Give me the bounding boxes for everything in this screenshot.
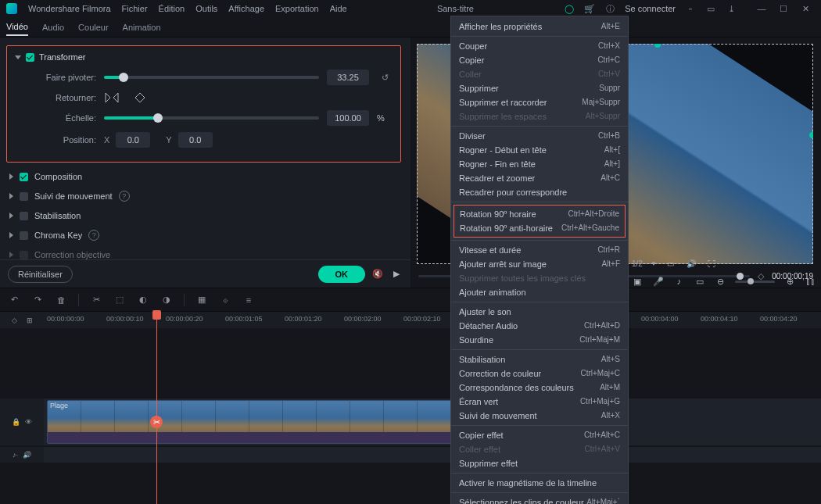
context-item[interactable]: Vitesse et duréeCtrl+R bbox=[451, 243, 628, 257]
volume-icon[interactable]: 🔊 bbox=[685, 257, 697, 270]
download-icon[interactable]: ⤓ bbox=[726, 3, 737, 14]
save-icon[interactable]: ▫ bbox=[685, 3, 696, 14]
delete-icon[interactable]: 🗑 bbox=[55, 294, 67, 306]
context-item[interactable]: CopierCtrl+C bbox=[451, 53, 628, 67]
context-item[interactable]: Afficher les propriétésAlt+E bbox=[451, 20, 628, 34]
rotate-reset-icon[interactable]: ↺ bbox=[377, 70, 393, 85]
color-icon[interactable]: ◑ bbox=[160, 294, 173, 306]
context-item[interactable]: Recadrer et zoomerAlt+C bbox=[451, 171, 628, 185]
context-item[interactable]: Ajouter animation bbox=[451, 285, 628, 299]
context-item[interactable]: Suivi de mouvementAlt+X bbox=[451, 409, 628, 423]
eye-icon[interactable]: 👁 bbox=[25, 418, 32, 426]
cut-marker-icon[interactable]: ✂ bbox=[150, 416, 163, 428]
motion-checkbox[interactable] bbox=[20, 192, 28, 201]
reset-button[interactable]: Réinitialiser bbox=[8, 266, 73, 283]
flip-vertical-icon[interactable] bbox=[132, 91, 148, 104]
info-icon[interactable]: ⓘ bbox=[604, 3, 615, 14]
context-item[interactable]: Supprimer effet bbox=[451, 456, 628, 470]
context-item[interactable]: Activer le magnétisme de la timeline bbox=[451, 476, 628, 490]
window-close[interactable]: ✕ bbox=[796, 2, 815, 16]
signin-link[interactable]: Se connecter bbox=[625, 4, 676, 13]
menu-help[interactable]: Aide bbox=[330, 4, 347, 13]
scale-slider[interactable] bbox=[104, 116, 319, 120]
menu-export[interactable]: Exportation bbox=[275, 4, 319, 13]
snapshot-icon[interactable]: ▣ bbox=[632, 275, 643, 288]
collapse-icon[interactable] bbox=[15, 55, 21, 59]
menu-edit[interactable]: Édition bbox=[159, 4, 185, 13]
context-item[interactable]: DiviserCtrl+B bbox=[451, 129, 628, 143]
speaker-icon[interactable]: 🔊 bbox=[23, 451, 31, 459]
undo-icon[interactable]: ↶ bbox=[8, 294, 20, 306]
composition-section[interactable]: Composition bbox=[6, 167, 401, 186]
context-item[interactable]: Sélectionnez les clips de couleur identi… bbox=[451, 495, 628, 504]
lens-section[interactable]: Correction objective bbox=[6, 245, 401, 259]
help-icon[interactable]: ? bbox=[119, 191, 130, 202]
music-icon[interactable]: ♪ bbox=[673, 275, 684, 288]
context-item[interactable]: Copier effetCtrl+Alt+C bbox=[451, 428, 628, 442]
headset-icon[interactable]: ◯ bbox=[564, 3, 575, 14]
context-item[interactable]: Rogner - Début en têteAlt+[ bbox=[451, 143, 628, 157]
window-maximize[interactable]: ☐ bbox=[774, 2, 793, 16]
zoom-out-icon[interactable]: ⊖ bbox=[715, 275, 726, 288]
context-item[interactable]: Détacher AudioCtrl+Alt+D bbox=[451, 319, 628, 333]
quality-icon[interactable]: ▭ bbox=[665, 257, 677, 270]
pos-y-value[interactable]: 0.0 bbox=[178, 132, 213, 148]
pos-x-value[interactable]: 0.0 bbox=[116, 132, 150, 148]
play-icon[interactable]: ▶ bbox=[390, 268, 403, 281]
menu-tools[interactable]: Outils bbox=[195, 4, 217, 13]
context-item[interactable]: Ajouter arrêt sur imageAlt+F bbox=[451, 257, 628, 271]
context-item[interactable]: CouperCtrl+X bbox=[451, 39, 628, 53]
crop-icon[interactable]: ⬚ bbox=[113, 294, 126, 306]
settings-icon[interactable]: ≡ bbox=[242, 294, 255, 306]
context-item[interactable]: Supprimer et raccorderMaj+Suppr bbox=[451, 95, 628, 109]
tab-audio[interactable]: Audio bbox=[42, 20, 64, 35]
tab-animation[interactable]: Animation bbox=[123, 20, 161, 35]
context-item[interactable]: Correspondance des couleursAlt+M bbox=[451, 381, 628, 395]
fit-icon[interactable]: ⫿⫿ bbox=[805, 275, 816, 288]
ratio-dropdown[interactable]: 1/2 bbox=[632, 259, 643, 268]
stabilization-section[interactable]: Stabilisation bbox=[6, 206, 401, 225]
window-minimize[interactable]: — bbox=[752, 2, 771, 16]
composition-checkbox[interactable] bbox=[20, 173, 28, 181]
lens-checkbox[interactable] bbox=[20, 251, 28, 259]
rotate-slider[interactable] bbox=[104, 76, 319, 79]
redo-icon[interactable]: ↷ bbox=[31, 294, 44, 306]
mic-icon[interactable]: 🎤 bbox=[652, 275, 663, 288]
context-item[interactable]: Rotation 90º horaireCtrl+Alt+Droite bbox=[454, 207, 625, 221]
marker-icon[interactable]: ▭ bbox=[694, 275, 704, 288]
context-item[interactable]: Ajuster le son bbox=[451, 305, 628, 319]
cart-icon[interactable]: 🛒 bbox=[584, 3, 595, 14]
motion-tracking-section[interactable]: Suivi de mouvement? bbox=[6, 186, 401, 206]
track-header[interactable]: 🔒 👁 bbox=[0, 399, 44, 445]
tab-video[interactable]: Vidéo bbox=[6, 19, 28, 36]
help-icon[interactable]: ? bbox=[88, 230, 99, 241]
tab-color[interactable]: Couleur bbox=[78, 20, 109, 35]
menu-file[interactable]: Fichier bbox=[122, 4, 148, 13]
speed-icon[interactable]: ◐ bbox=[137, 294, 149, 306]
marker-nav-icon[interactable]: ⊞ bbox=[23, 314, 36, 327]
context-item[interactable]: SupprimerSuppr bbox=[451, 81, 628, 95]
menu-view[interactable]: Affichage bbox=[228, 4, 264, 13]
context-item[interactable]: Écran vertCtrl+Maj+G bbox=[451, 395, 628, 409]
context-item[interactable]: Recadrer pour correspondre bbox=[451, 185, 628, 199]
chroma-checkbox[interactable] bbox=[20, 231, 28, 240]
context-item[interactable]: Correction de couleurCtrl+Maj+C bbox=[451, 366, 628, 381]
rotate-value[interactable]: 33.25 bbox=[327, 70, 369, 85]
greenscreen-icon[interactable]: ▦ bbox=[195, 294, 208, 306]
zoom-in-icon[interactable]: ⊕ bbox=[784, 275, 795, 288]
context-item[interactable]: SourdineCtrl+Maj+M bbox=[451, 333, 628, 347]
transition-icon[interactable]: ⟐ bbox=[219, 294, 231, 306]
stab-checkbox[interactable] bbox=[20, 212, 28, 220]
cut-icon[interactable]: ✂ bbox=[90, 294, 102, 306]
lock-icon[interactable]: 🔒 bbox=[12, 418, 20, 426]
timeline-ruler[interactable]: ◇ ⊞ 00:00:00:00 00:00:00:10 00:00:00:20 … bbox=[0, 311, 821, 328]
context-item[interactable]: Rogner - Fin en têteAlt+] bbox=[451, 157, 628, 171]
context-item[interactable]: StabilisationAlt+S bbox=[451, 352, 628, 366]
marker-add-icon[interactable]: ◇ bbox=[8, 314, 20, 327]
cloud-icon[interactable]: ▭ bbox=[705, 3, 716, 14]
zoom-slider[interactable] bbox=[735, 281, 775, 283]
chromakey-section[interactable]: Chroma Key? bbox=[6, 225, 401, 245]
ok-button[interactable]: OK bbox=[318, 266, 366, 283]
transform-checkbox[interactable] bbox=[26, 53, 34, 62]
mute-icon[interactable]: 🔇 bbox=[371, 268, 384, 281]
